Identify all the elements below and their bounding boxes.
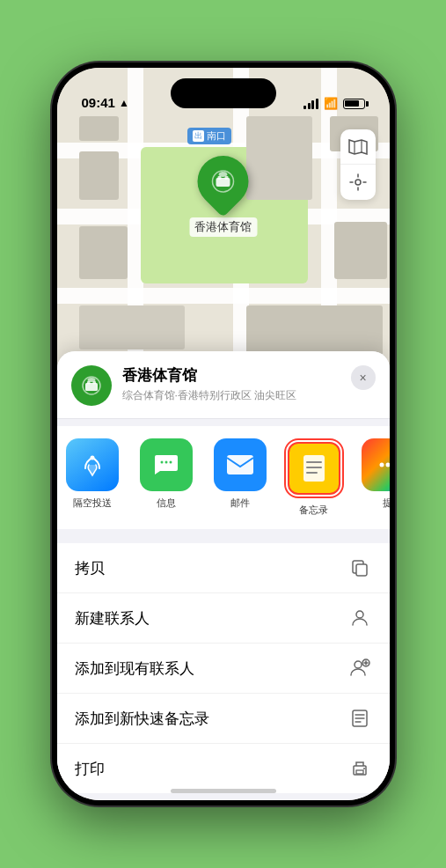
share-more[interactable]: 提 xyxy=(353,438,390,517)
add-contact-icon xyxy=(347,656,372,680)
svg-point-14 xyxy=(169,461,172,464)
svg-rect-3 xyxy=(218,176,222,180)
copy-icon xyxy=(347,555,372,580)
map-controls xyxy=(340,129,376,200)
svg-point-5 xyxy=(219,172,228,177)
action-copy[interactable]: 拷贝 xyxy=(57,543,390,593)
more-icon-wrap xyxy=(362,438,390,491)
messages-icon-wrap xyxy=(140,438,193,491)
venue-icon xyxy=(71,365,112,406)
action-new-contact[interactable]: 新建联系人 xyxy=(57,593,390,644)
svg-point-0 xyxy=(355,180,361,185)
action-new-contact-label: 新建联系人 xyxy=(75,608,150,629)
action-print[interactable]: 打印 xyxy=(57,744,390,793)
home-indicator xyxy=(171,789,276,793)
map-view-button[interactable] xyxy=(340,129,376,165)
bottom-sheet: 香港体育馆 综合体育馆·香港特别行政区 油尖旺区 × xyxy=(57,351,390,800)
svg-point-33 xyxy=(363,768,365,769)
svg-point-11 xyxy=(90,456,94,460)
messages-label: 信息 xyxy=(157,497,176,510)
print-icon xyxy=(347,756,372,781)
signal-bars xyxy=(303,99,318,109)
add-notes-icon xyxy=(347,706,372,731)
action-list: 拷贝 新建联系人 xyxy=(57,543,390,793)
close-button[interactable]: × xyxy=(351,365,376,390)
action-add-notes-label: 添加到新快速备忘录 xyxy=(75,709,209,729)
divider-1 xyxy=(57,418,390,419)
venue-subtitle: 综合体育馆·香港特别行政区 油尖旺区 xyxy=(122,388,376,403)
mail-icon-wrap xyxy=(214,438,267,491)
action-print-label: 打印 xyxy=(75,759,105,779)
location-button[interactable] xyxy=(340,165,376,200)
location-icon: ▲ xyxy=(119,97,129,109)
svg-rect-32 xyxy=(356,770,363,774)
share-airdrop[interactable]: 隔空投送 xyxy=(57,438,128,517)
share-messages[interactable]: 信息 xyxy=(131,438,201,517)
action-add-contact[interactable]: 添加到现有联系人 xyxy=(57,644,390,694)
svg-point-12 xyxy=(160,461,163,464)
notes-label: 备忘录 xyxy=(299,504,328,517)
svg-rect-7 xyxy=(85,383,98,391)
share-actions-row: 隔空投送 信息 xyxy=(57,426,390,529)
svg-rect-15 xyxy=(227,455,253,474)
svg-point-13 xyxy=(165,461,167,464)
venue-pin xyxy=(186,145,259,217)
venue-marker: 香港体育馆 xyxy=(189,156,257,237)
svg-point-21 xyxy=(385,463,390,467)
dynamic-island xyxy=(171,78,276,108)
action-copy-label: 拷贝 xyxy=(75,558,105,578)
more-label: 提 xyxy=(383,497,390,510)
svg-point-25 xyxy=(355,661,362,668)
svg-point-20 xyxy=(379,463,384,467)
action-add-contact-label: 添加到现有联系人 xyxy=(75,658,194,679)
status-icons: 📶 xyxy=(303,97,365,110)
notes-icon-wrap xyxy=(288,442,340,495)
action-add-notes[interactable]: 添加到新快速备忘录 xyxy=(57,694,390,744)
airdrop-label: 隔空投送 xyxy=(73,497,112,510)
venue-info: 香港体育馆 综合体育馆·香港特别行政区 油尖旺区 xyxy=(122,365,376,403)
venue-header: 香港体育馆 综合体育馆·香港特别行政区 油尖旺区 × xyxy=(57,351,390,418)
phone-frame: 09:41 ▲ 📶 xyxy=(52,63,395,805)
svg-rect-4 xyxy=(225,176,229,180)
svg-point-10 xyxy=(87,378,95,382)
battery-icon xyxy=(343,99,365,109)
divider-2 xyxy=(57,529,390,536)
mail-label: 邮件 xyxy=(230,497,250,510)
airdrop-icon-wrap xyxy=(66,438,119,491)
wifi-icon: 📶 xyxy=(324,97,338,110)
venue-name-label: 香港体育馆 xyxy=(189,217,257,237)
status-time: 09:41 xyxy=(82,95,115,110)
svg-point-24 xyxy=(356,611,363,618)
share-notes[interactable]: 备忘录 xyxy=(279,438,349,517)
phone-screen: 09:41 ▲ 📶 xyxy=(57,68,390,800)
new-contact-icon xyxy=(347,606,372,630)
nankou-label: 出 南口 xyxy=(187,128,231,144)
notes-highlight-border xyxy=(284,438,344,498)
svg-rect-23 xyxy=(356,564,367,576)
share-mail[interactable]: 邮件 xyxy=(205,438,275,517)
venue-title: 香港体育馆 xyxy=(122,365,376,386)
